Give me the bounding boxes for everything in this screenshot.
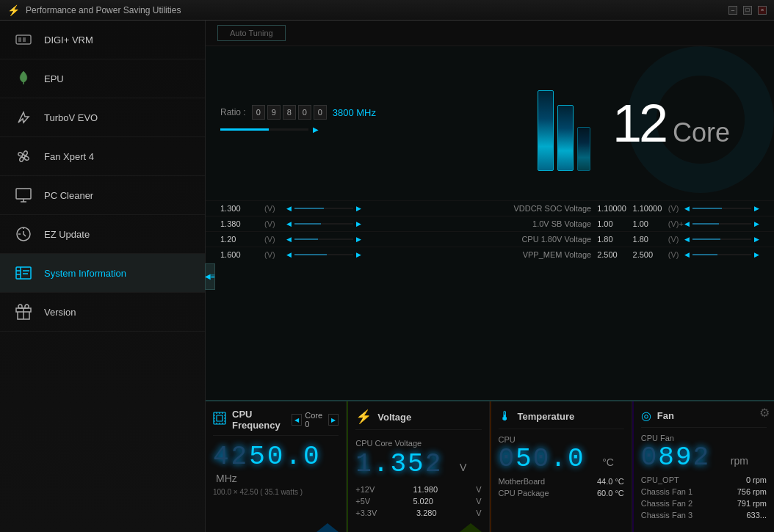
cpu-freq-icon bbox=[213, 412, 226, 428]
sidebar-item-ez-update[interactable]: EZ Update bbox=[0, 215, 205, 254]
rv1-label: VDDCR SOC Voltage bbox=[504, 204, 591, 213]
sidebar-item-version[interactable]: Version bbox=[0, 293, 205, 332]
v4-right-arrow[interactable]: ▶ bbox=[356, 251, 361, 258]
v1-right-arrow[interactable]: ▶ bbox=[356, 205, 361, 212]
v-33v-value: 3.280 bbox=[416, 509, 437, 517]
rv1-unit: (V) bbox=[668, 204, 684, 213]
cpu-temp-value-display: 050.0 °C bbox=[499, 444, 624, 474]
temp-header: 🌡 Temperature bbox=[499, 409, 624, 429]
settings-gear-icon[interactable]: ⚙ bbox=[759, 406, 770, 420]
rv4-right[interactable]: ▶ bbox=[754, 251, 759, 258]
voltage-row-4: 1.600 (V) ◀ ▶ bbox=[206, 247, 490, 262]
svg-rect-4 bbox=[16, 189, 31, 199]
cpu-freq-value: 4250.0 bbox=[213, 442, 322, 472]
fan-ch2-value: 791 rpm bbox=[737, 499, 767, 508]
v4-value: 1.600 bbox=[220, 250, 264, 259]
sidebar-item-digi-vrm[interactable]: DIGI+ VRM bbox=[0, 21, 205, 59]
v-5v-label: +5V bbox=[355, 497, 370, 506]
v2-right-arrow[interactable]: ▶ bbox=[356, 220, 361, 227]
v1-left-arrow[interactable]: ◀ bbox=[286, 205, 292, 212]
v4-unit: (V) bbox=[264, 250, 286, 259]
voltage-row-1: 1.300 (V) ◀ ▶ bbox=[206, 200, 490, 216]
rv4-left[interactable]: ◀ bbox=[684, 251, 690, 258]
sidebar-item-system-info[interactable]: System Information bbox=[0, 254, 205, 293]
rv3-left[interactable]: ◀ bbox=[684, 236, 690, 243]
fan-xpert-icon bbox=[12, 145, 35, 168]
v4-slider: ◀ ▶ bbox=[286, 251, 475, 258]
maximize-btn[interactable]: □ bbox=[743, 6, 752, 15]
v-row-33v: +3.3V 3.280 V bbox=[355, 507, 481, 519]
rv4-fill bbox=[692, 254, 717, 255]
sidebar-collapse-btn[interactable]: ◀≡ bbox=[205, 263, 215, 290]
cylinder-1 bbox=[538, 90, 554, 171]
v-5v-unit: V bbox=[476, 497, 481, 506]
core-next-btn[interactable]: ▶ bbox=[328, 414, 339, 426]
sidebar: DIGI+ VRM EPU TurboV EVO Fan Xpert 4 PC bbox=[0, 21, 206, 532]
fan-row-ch2: Chassis Fan 2 791 rpm bbox=[641, 498, 767, 509]
core-label: Core bbox=[673, 117, 730, 148]
rv1-left[interactable]: ◀ bbox=[684, 205, 690, 212]
auto-tuning-button[interactable]: Auto Tuning bbox=[217, 25, 286, 41]
sidebar-item-fan-xpert[interactable]: Fan Xpert 4 bbox=[0, 137, 205, 176]
sidebar-label-version: Version bbox=[44, 307, 76, 318]
cpu-temp-value: 050.0 bbox=[499, 444, 603, 474]
rv-row-4: VPP_MEM Voltage 2.500 2.500 (V) ◀ ▶ bbox=[490, 247, 774, 262]
rv3-right[interactable]: ▶ bbox=[754, 236, 759, 243]
minimize-btn[interactable]: – bbox=[728, 6, 737, 15]
bottom-stats-bar: CPU Frequency ◀ Core 0 ▶ 4250.0 MHz 100.… bbox=[206, 400, 774, 532]
ratio-display: Ratio : 0 9 8 0 0 3800 MHz ▶ bbox=[220, 105, 376, 134]
temp-row-mb: MotherBoard 44.0 °C bbox=[499, 475, 624, 487]
v-33v-label: +3.3V bbox=[355, 509, 377, 517]
v-12v-unit: V bbox=[476, 485, 481, 494]
core-prev-btn[interactable]: ◀ bbox=[292, 414, 302, 426]
v3-track[interactable] bbox=[294, 238, 353, 240]
v3-right-arrow[interactable]: ▶ bbox=[356, 236, 361, 243]
v1-fill bbox=[294, 208, 324, 209]
v2-left-arrow[interactable]: ◀ bbox=[286, 220, 292, 227]
rv-row-3: CPU 1.80V Voltage 1.80 1.80 (V) ◀ ▶ bbox=[490, 231, 774, 247]
rv2-label: 1.0V SB Voltage bbox=[504, 219, 591, 228]
rv2-left[interactable]: ◀ bbox=[684, 220, 690, 227]
sidebar-item-epu[interactable]: EPU bbox=[0, 59, 205, 98]
v4-track[interactable] bbox=[294, 254, 353, 255]
rv4-track[interactable] bbox=[692, 254, 751, 255]
voltage-icon: ⚡ bbox=[355, 409, 372, 425]
rv2-right[interactable]: ▶ bbox=[754, 220, 759, 227]
rv1-right[interactable]: ▶ bbox=[754, 205, 759, 212]
close-btn[interactable]: × bbox=[758, 6, 767, 15]
cpu-fan-value: 0892 bbox=[641, 442, 728, 473]
fan-opt-label: CPU_OPT bbox=[641, 475, 679, 484]
content-topbar: Auto Tuning bbox=[206, 21, 774, 46]
v2-track[interactable] bbox=[294, 223, 353, 225]
rv2-fill bbox=[692, 223, 719, 225]
voltage-header: ⚡ Voltage bbox=[355, 409, 481, 430]
rv1-track[interactable] bbox=[692, 208, 751, 209]
sidebar-label-ez-update: EZ Update bbox=[44, 229, 90, 240]
rv3-track[interactable] bbox=[692, 238, 751, 240]
sidebar-item-pc-cleaner[interactable]: PC Cleaner bbox=[0, 176, 205, 215]
rv4-unit: (V) bbox=[668, 250, 684, 259]
temp-mb-label: MotherBoard bbox=[499, 477, 546, 486]
ratio-label: Ratio : bbox=[220, 107, 246, 117]
temperature-panel: 🌡 Temperature CPU 050.0 °C MotherBoard 4… bbox=[490, 401, 632, 532]
v1-track[interactable] bbox=[294, 208, 353, 209]
rv4-label: VPP_MEM Voltage bbox=[504, 250, 591, 259]
v4-fill bbox=[294, 254, 327, 255]
voltage-row-3: 1.20 (V) ◀ ▶ bbox=[206, 231, 490, 247]
v4-left-arrow[interactable]: ◀ bbox=[286, 251, 292, 258]
temp-mb-value: 44.0 °C bbox=[597, 477, 624, 486]
voltage-triangle-decor bbox=[460, 523, 482, 532]
freq-slider-arrow[interactable]: ▶ bbox=[313, 125, 319, 134]
v3-left-arrow[interactable]: ◀ bbox=[286, 236, 292, 243]
core-nav: ◀ Core 0 ▶ bbox=[292, 411, 339, 429]
fan-ch3-value: 633... bbox=[746, 511, 767, 520]
cpu-freq-value-area: 4250.0 MHz bbox=[213, 442, 339, 485]
rv2-track[interactable] bbox=[692, 223, 751, 225]
cpu-freq-header: CPU Frequency ◀ Core 0 ▶ bbox=[213, 409, 339, 436]
rv2-slider: ◀ ▶ bbox=[684, 220, 759, 227]
sidebar-item-turbov[interactable]: TurboV EVO bbox=[0, 98, 205, 137]
fan-ch1-label: Chassis Fan 1 bbox=[641, 487, 692, 496]
freq-slider-track[interactable] bbox=[220, 128, 308, 131]
v3-value: 1.20 bbox=[220, 235, 264, 244]
svg-rect-12 bbox=[214, 412, 225, 424]
